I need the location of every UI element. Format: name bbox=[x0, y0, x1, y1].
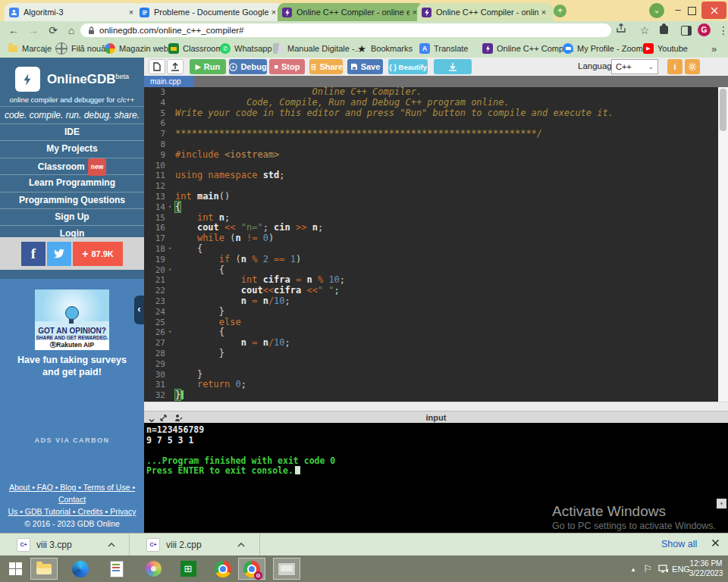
bookmark-star-icon[interactable]: ☆ bbox=[637, 23, 652, 38]
tab-onlinegdb-1[interactable]: Online C++ Compiler - online ed × bbox=[278, 3, 425, 21]
download-chip-2[interactable]: C+ viii 2.cpp bbox=[130, 534, 260, 555]
window-maximize-button[interactable] bbox=[688, 7, 696, 15]
bookmark-fila-noua[interactable]: Filă nouă bbox=[55, 39, 105, 58]
ad-banner[interactable]: GOT AN OPINION? SHARE AND GET REWARDED. … bbox=[35, 289, 109, 350]
bookmark-youtube[interactable]: ▶Youtube bbox=[643, 39, 688, 58]
footer-links-line1[interactable]: About • FAQ • Blog • Terms of Use • Cont… bbox=[0, 481, 144, 505]
taskbar-chrome[interactable] bbox=[209, 558, 237, 580]
code-line[interactable]: 31 return 0; bbox=[144, 380, 728, 390]
code-line[interactable]: 14▾{ bbox=[144, 202, 728, 213]
tab-onlinegdb-2-active[interactable]: Online C++ Compiler - online ed × bbox=[417, 3, 554, 21]
sidebar-item-programming-questions[interactable]: Programming Questions bbox=[0, 192, 144, 208]
run-button[interactable]: ▶Run bbox=[190, 59, 226, 74]
code-line[interactable]: 26▾ { bbox=[144, 327, 728, 338]
editor-vertical-scrollbar[interactable] bbox=[718, 87, 728, 402]
code-line[interactable]: 23 n = n/10; bbox=[144, 296, 728, 307]
sidebar-item-sign-up[interactable]: Sign Up bbox=[0, 208, 144, 225]
code-line[interactable]: 17 while (n != 0) bbox=[144, 233, 728, 244]
taskbar-clock[interactable]: 12:36 PM 3/22/2023 bbox=[687, 559, 725, 578]
new-file-button[interactable] bbox=[149, 59, 165, 74]
bookmark-marcaje[interactable]: Marcaje bbox=[8, 39, 52, 58]
browser-menu-icon[interactable]: ⋮ bbox=[716, 23, 728, 38]
bookmark-translate[interactable]: ATranslate bbox=[419, 39, 468, 58]
language-select[interactable]: C++⌄ bbox=[611, 59, 658, 74]
code-line[interactable]: 12 bbox=[144, 181, 728, 192]
facebook-button[interactable]: f bbox=[21, 242, 46, 266]
extensions-icon[interactable] bbox=[660, 26, 668, 34]
settings-gear-button[interactable] bbox=[685, 59, 700, 74]
bookmarks-overflow-icon[interactable]: » bbox=[711, 39, 717, 58]
bookmark-onlinegdb[interactable]: Online C++ Compil... bbox=[482, 39, 574, 58]
code-line[interactable]: 4 Code, Compile, Run and Debug C++ progr… bbox=[144, 98, 728, 108]
code-line[interactable]: 22 cout<<cifra <<" "; bbox=[144, 286, 728, 296]
chip-caret-icon[interactable] bbox=[237, 543, 245, 547]
tray-chevron-icon[interactable]: ▴ bbox=[628, 555, 639, 582]
bookmark-zoom[interactable]: My Profile - Zoom bbox=[563, 39, 643, 58]
code-line[interactable]: 9#include <iostream> bbox=[144, 150, 728, 161]
tab-algoritmi[interactable]: Algoritmi-3 × bbox=[5, 3, 141, 21]
code-line[interactable]: 20▾ { bbox=[144, 265, 728, 276]
code-line[interactable]: 21 int cifra = n % 10; bbox=[144, 275, 728, 286]
twitter-button[interactable] bbox=[47, 242, 71, 266]
reload-icon[interactable]: ⟳ bbox=[46, 23, 61, 38]
new-tab-button[interactable]: + bbox=[554, 5, 566, 17]
code-line[interactable]: 19 if (n % 2 == 1) bbox=[144, 255, 728, 265]
code-line[interactable]: 15 int n; bbox=[144, 213, 728, 224]
beautify-button[interactable]: { } Beautify bbox=[388, 59, 428, 74]
window-close-button[interactable] bbox=[701, 2, 726, 19]
download-button[interactable] bbox=[434, 59, 472, 74]
network-icon[interactable] bbox=[657, 555, 670, 582]
window-minimize-button[interactable]: – bbox=[672, 5, 684, 17]
code-line[interactable]: 18▾ { bbox=[144, 244, 728, 255]
profile-avatar[interactable]: G bbox=[698, 23, 711, 36]
taskbar-store[interactable]: ⊞ bbox=[174, 558, 202, 580]
code-line[interactable]: 13int main() bbox=[144, 192, 728, 202]
share-button[interactable]: Share bbox=[309, 59, 343, 74]
code-line[interactable]: 30 } bbox=[144, 370, 728, 380]
address-bar[interactable]: onlinegdb.com/online_c++_compiler# bbox=[80, 23, 611, 37]
chip-caret-icon[interactable] bbox=[108, 543, 115, 547]
tab-close-icon[interactable]: × bbox=[538, 8, 549, 17]
taskbar-edge[interactable] bbox=[67, 558, 94, 580]
console-scroll-down-icon[interactable]: ▾ bbox=[717, 499, 726, 508]
bookmark-manuale[interactable]: Manuale Digitale -... bbox=[273, 39, 362, 58]
sidebar-item-my-projects[interactable]: My Projects bbox=[0, 140, 144, 157]
scrollbar-thumb[interactable] bbox=[720, 89, 726, 131]
save-button[interactable]: Save bbox=[347, 59, 383, 74]
bookmark-bookmarks[interactable]: ★Bookmarks bbox=[356, 39, 413, 58]
code-line[interactable]: 3 Online C++ Compiler. bbox=[144, 87, 728, 98]
bookmark-whatsapp[interactable]: ✆Whatsapp bbox=[220, 39, 272, 58]
debug-button[interactable]: Debug bbox=[229, 59, 267, 74]
share-icon[interactable] bbox=[616, 23, 631, 38]
file-tab-main-cpp[interactable]: main.cpp bbox=[144, 76, 194, 87]
bookmark-classroom[interactable]: Classroom bbox=[168, 39, 223, 58]
code-line[interactable]: 11using namespace std; bbox=[144, 171, 728, 181]
show-all-downloads-link[interactable]: Show all bbox=[661, 539, 697, 549]
download-chip-1[interactable]: C+ viii 3.cpp bbox=[0, 534, 130, 555]
taskbar-file-explorer[interactable] bbox=[30, 558, 58, 580]
downloads-close-icon[interactable] bbox=[711, 539, 720, 547]
sidebar-collapse-handle[interactable]: ‹ bbox=[134, 296, 144, 324]
bookmark-magazin-web[interactable]: Magazin web bbox=[105, 39, 168, 58]
ads-via-carbon[interactable]: ADS VIA CARBON bbox=[0, 436, 144, 444]
upload-button[interactable] bbox=[167, 59, 184, 74]
taskbar-system-app[interactable] bbox=[273, 558, 300, 580]
taskbar-paint[interactable] bbox=[140, 558, 167, 580]
sidebar-item-classroom[interactable]: Classroomnew bbox=[0, 158, 144, 174]
code-line[interactable]: 5Write your code in this editor and pres… bbox=[144, 108, 728, 119]
code-line[interactable]: 7***************************************… bbox=[144, 129, 728, 139]
forward-icon[interactable]: → bbox=[26, 23, 41, 38]
sidebar-item-learn-programming[interactable]: Learn Programming bbox=[0, 174, 144, 191]
code-line[interactable]: 6 bbox=[144, 118, 728, 129]
code-line[interactable]: 32} bbox=[144, 390, 728, 401]
code-editor[interactable]: 3 Online C++ Compiler.4 Code, Compile, R… bbox=[144, 87, 728, 402]
code-line[interactable]: 16 cout << "n="; cin >> n; bbox=[144, 223, 728, 233]
code-line[interactable]: 27 n = n/10; bbox=[144, 338, 728, 349]
code-line[interactable]: 24 } bbox=[144, 307, 728, 318]
share-count-button[interactable]: +87.9K bbox=[73, 242, 123, 266]
logo-row[interactable]: OnlineGDBbeta bbox=[0, 67, 144, 92]
code-line[interactable]: 25 else bbox=[144, 318, 728, 328]
taskbar-chrome-profile[interactable]: G bbox=[238, 558, 265, 580]
footer-links-line2[interactable]: Us • GDB Tutorial • Credits • Privacy bbox=[0, 505, 144, 518]
tab-docs[interactable]: Probleme - Documente Google × bbox=[135, 3, 284, 21]
